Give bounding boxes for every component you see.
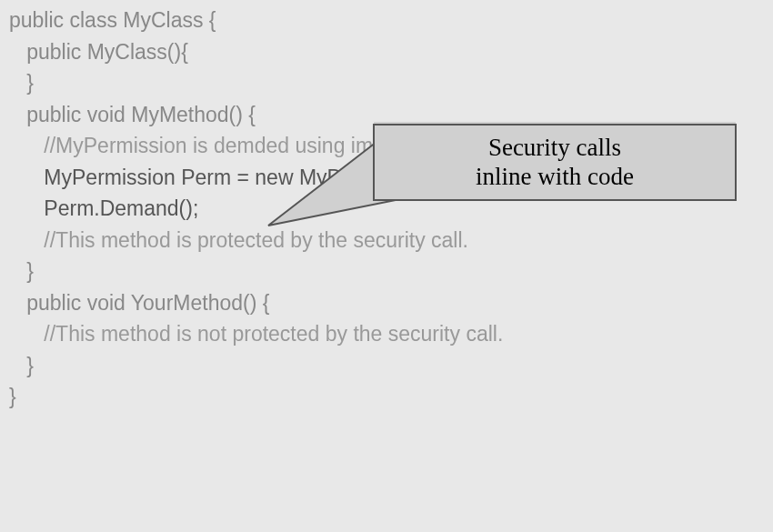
callout-annotation: Security calls inline with code xyxy=(373,124,737,201)
code-line: public void YourMethod() { xyxy=(9,287,764,319)
code-comment-line: //This method is not protected by the se… xyxy=(9,318,764,350)
callout-text-line: Security calls xyxy=(387,133,722,162)
code-line: } xyxy=(9,381,764,413)
code-line: } xyxy=(9,350,764,382)
callout-box: Security calls inline with code xyxy=(373,124,737,201)
callout-text-line: inline with code xyxy=(387,162,722,191)
code-line: } xyxy=(9,256,764,287)
